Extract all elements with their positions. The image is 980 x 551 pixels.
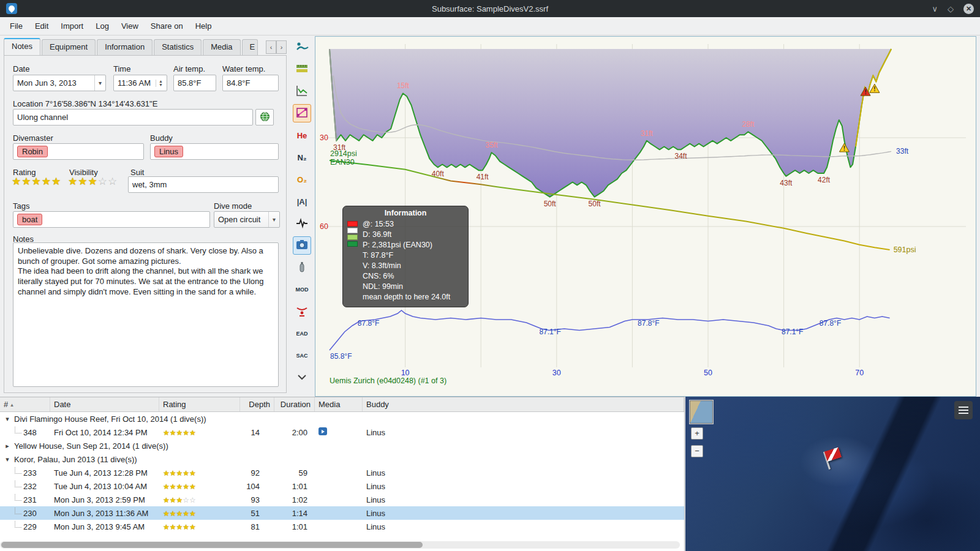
tab-notes[interactable]: Notes xyxy=(4,38,40,55)
map-menu-button[interactable] xyxy=(954,401,973,419)
suit-input[interactable] xyxy=(128,176,279,193)
toggle-ead-button[interactable]: EAD xyxy=(293,324,311,343)
star-5[interactable]: ☆ xyxy=(108,176,117,187)
zoom-out-button[interactable]: − xyxy=(691,445,703,457)
collapse-icon[interactable]: ▾ xyxy=(4,415,11,423)
toggle-nitrogen-pp-button[interactable]: N₂ xyxy=(293,148,311,167)
minimize-button[interactable]: ∨ xyxy=(932,4,938,13)
toggle-scale-graph-button[interactable] xyxy=(293,82,311,100)
toggle-tank-bar-button[interactable] xyxy=(293,258,311,277)
rating-stars[interactable]: ★★★★★ xyxy=(12,176,61,187)
toggle-helium-pp-button[interactable]: He xyxy=(293,126,311,144)
buddy-input[interactable]: Linus xyxy=(150,143,279,160)
toggle-air-pp-button[interactable]: |A| xyxy=(293,192,311,211)
trip-row[interactable]: ▾Koror, Palau, Jun 2013 (11 dive(s)) xyxy=(0,452,684,466)
toggle-measure-button[interactable] xyxy=(293,104,311,122)
column-header-buddy[interactable]: Buddy xyxy=(363,397,684,411)
menu-view[interactable]: View xyxy=(115,18,145,34)
location-input[interactable] xyxy=(13,109,253,126)
tab-media[interactable]: Media xyxy=(203,39,240,55)
star-1[interactable]: ★ xyxy=(68,176,77,187)
star-4[interactable]: ★ xyxy=(42,176,51,187)
column-header-num[interactable]: #▴ xyxy=(0,397,50,411)
star-4[interactable]: ☆ xyxy=(98,176,107,187)
globe-button[interactable] xyxy=(255,109,274,126)
star-1[interactable]: ★ xyxy=(12,176,21,187)
spinner-arrows[interactable]: ▲▼ xyxy=(156,80,163,87)
toggle-heart-rate-button[interactable] xyxy=(293,214,311,233)
profile-chart[interactable]: 33ft2914psiEAN30591psi87.8°F87.1°F87.8°F… xyxy=(315,36,976,397)
dive-number: 233 xyxy=(23,468,37,478)
toggle-scroll-down-button[interactable] xyxy=(293,369,311,387)
date-combobox[interactable]: Mon Jun 3, 2013▾ xyxy=(13,75,106,91)
dive-flag-marker[interactable] xyxy=(820,446,846,472)
maximize-button[interactable]: ◇ xyxy=(948,4,954,13)
expand-icon[interactable]: ▸ xyxy=(4,442,11,450)
dive-row-231[interactable]: 231Mon Jun 3, 2013 2:59 PM★★★☆☆931:02Lin… xyxy=(0,493,684,506)
tab-scroll-left-button[interactable]: ‹ xyxy=(266,40,276,54)
visibility-stars[interactable]: ★★★☆☆ xyxy=(68,176,117,187)
tab-equipment[interactable]: Equipment xyxy=(42,39,96,55)
notes-form: Date Time Air temp. Water temp. Mon Jun … xyxy=(4,55,287,393)
menu-edit[interactable]: Edit xyxy=(29,18,55,34)
toggle-mod-button[interactable]: MOD xyxy=(293,280,311,299)
dive-row-230[interactable]: 230Mon Jun 3, 2013 11:36 AM★★★★★511:14Li… xyxy=(0,506,684,520)
time-spinbox[interactable]: 11:36 AM ▲▼ xyxy=(113,75,167,91)
app-icon xyxy=(6,3,17,14)
airtemp-field[interactable] xyxy=(173,75,216,91)
toggle-sac-button[interactable]: SAC xyxy=(293,347,311,365)
star-5[interactable]: ★ xyxy=(51,176,61,187)
toggle-deco-ceiling-button[interactable] xyxy=(293,302,311,321)
dive-row-232[interactable]: 232Tue Jun 4, 2013 10:04 AM★★★★★1041:01L… xyxy=(0,479,684,493)
menu-log[interactable]: Log xyxy=(89,18,115,34)
divemaster-input[interactable]: Robin xyxy=(13,143,144,160)
tags-input[interactable]: boat xyxy=(13,211,210,228)
notes-textarea[interactable]: Unbelievable dive. Dozens and dozens of … xyxy=(13,242,279,387)
star-2[interactable]: ★ xyxy=(21,176,31,187)
menu-share-on[interactable]: Share on xyxy=(145,18,189,34)
titlebar[interactable]: Subsurface: SampleDivesV2.ssrf ∨ ◇ ✕ xyxy=(0,0,980,17)
tab-scroll-right-button[interactable]: › xyxy=(276,40,287,54)
close-button[interactable]: ✕ xyxy=(963,4,974,14)
star-3[interactable]: ★ xyxy=(88,176,97,187)
trip-row[interactable]: ▸Yellow House, Sun Sep 21, 2014 (1 dive(… xyxy=(0,439,684,452)
map-view[interactable]: + − xyxy=(685,397,980,551)
chevron-down-icon[interactable]: ▾ xyxy=(268,212,276,227)
toggle-dive-computer-button[interactable] xyxy=(293,38,311,56)
dive-row-233[interactable]: 233Tue Jun 4, 2013 12:28 PM★★★★★9259Linu… xyxy=(0,466,684,479)
toggle-ruler-button[interactable] xyxy=(293,60,311,78)
svg-text:50: 50 xyxy=(704,369,712,377)
star-3[interactable]: ★ xyxy=(32,176,41,187)
trip-row[interactable]: ▾Divi Flamingo House Reef, Fri Oct 10, 2… xyxy=(0,412,684,425)
column-header-depth[interactable]: Depth xyxy=(240,397,274,411)
photos-icon xyxy=(295,238,309,253)
divemaster-tag[interactable]: Robin xyxy=(17,146,48,157)
collapse-icon[interactable]: ▾ xyxy=(4,455,11,463)
menu-file[interactable]: File xyxy=(4,18,29,34)
map-overview-inset[interactable] xyxy=(690,400,713,424)
divemode-combobox[interactable]: Open circuit▾ xyxy=(214,211,280,228)
media-icon[interactable] xyxy=(318,427,327,435)
menu-help[interactable]: Help xyxy=(189,18,218,34)
zoom-in-button[interactable]: + xyxy=(691,427,703,440)
scrollbar-thumb[interactable] xyxy=(1,542,423,548)
toggle-oxygen-pp-button[interactable]: O₂ xyxy=(293,170,311,189)
dive-row-348[interactable]: 348Fri Oct 10, 2014 12:34 PM★★★★★142:00L… xyxy=(0,425,684,439)
tab-e[interactable]: E xyxy=(242,39,258,55)
column-header-media[interactable]: Media xyxy=(315,397,363,411)
watertemp-field[interactable] xyxy=(222,75,279,91)
dive-date: Mon Jun 3, 2013 2:59 PM xyxy=(50,495,159,504)
horizontal-scrollbar[interactable] xyxy=(0,541,680,549)
tab-statistics[interactable]: Statistics xyxy=(154,39,202,55)
tag-chip[interactable]: boat xyxy=(17,214,42,225)
toggle-photos-button[interactable] xyxy=(293,236,311,255)
star-2[interactable]: ★ xyxy=(78,176,87,187)
dive-row-229[interactable]: 229Mon Jun 3, 2013 9:45 AM★★★★★811:01Lin… xyxy=(0,520,684,533)
column-header-date[interactable]: Date xyxy=(50,397,159,411)
menu-import[interactable]: Import xyxy=(55,18,89,34)
column-header-duration[interactable]: Duration xyxy=(274,397,315,411)
column-header-rating[interactable]: Rating xyxy=(159,397,240,411)
tab-information[interactable]: Information xyxy=(97,39,153,55)
buddy-tag[interactable]: Linus xyxy=(154,146,183,157)
chevron-down-icon[interactable]: ▾ xyxy=(94,75,102,91)
